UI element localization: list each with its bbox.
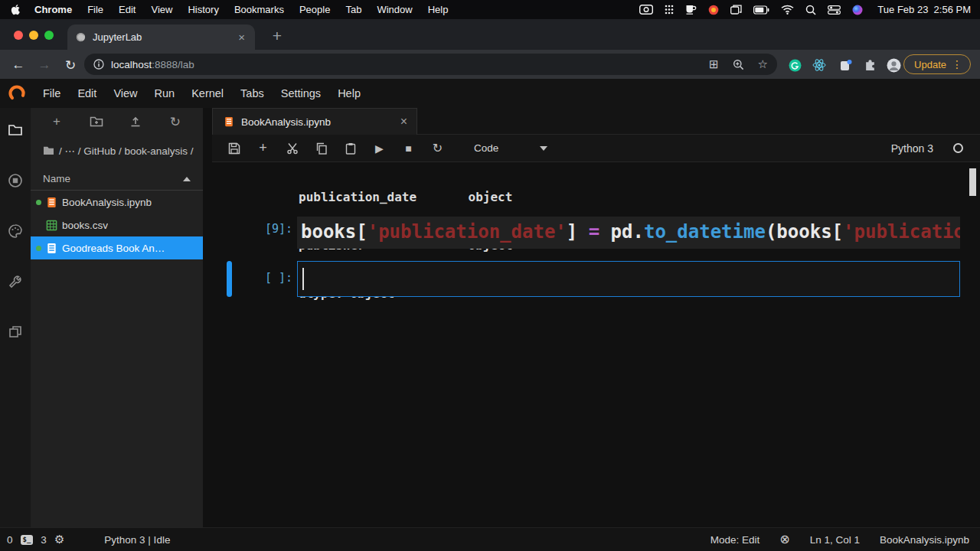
jl-menu-tabs[interactable]: Tabs <box>232 87 273 99</box>
macos-app-menu[interactable]: Chrome <box>27 4 80 15</box>
zoom-icon[interactable] <box>733 59 744 70</box>
spotlight-icon[interactable] <box>805 5 816 15</box>
cell-type-dropdown[interactable]: Code <box>474 142 547 154</box>
macos-menu-help[interactable]: Help <box>420 4 456 15</box>
scrollbar-thumb[interactable] <box>969 168 976 196</box>
input-prompt-empty: [ ]: <box>235 271 292 285</box>
notebook-file-icon-selected <box>45 243 58 254</box>
tab-close-icon[interactable]: × <box>236 31 247 44</box>
gear-icon[interactable]: ⚙ <box>54 533 64 546</box>
new-tab-button[interactable]: + <box>266 25 288 47</box>
document-tab-close-icon[interactable]: × <box>400 115 407 129</box>
macos-menu-people[interactable]: People <box>292 4 338 15</box>
active-empty-cell-input[interactable] <box>297 261 960 297</box>
extensions-puzzle-icon[interactable] <box>861 56 879 74</box>
tab-title: JupyterLab <box>93 31 142 43</box>
minimize-window-button[interactable] <box>29 31 38 40</box>
react-devtools-extension-icon[interactable] <box>810 56 828 74</box>
new-folder-icon[interactable] <box>89 114 104 129</box>
save-icon[interactable] <box>227 142 240 155</box>
stop-kernel-icon[interactable]: ■ <box>402 142 415 155</box>
document-tabbar: BookAnalysis.ipynb × <box>212 108 980 135</box>
back-button[interactable]: ← <box>9 56 28 74</box>
open-tabs-icon[interactable] <box>5 322 25 342</box>
macos-menu-history[interactable]: History <box>180 4 226 15</box>
siri-icon[interactable] <box>852 5 863 15</box>
terminal-icon[interactable]: $_ <box>21 535 34 545</box>
site-info-icon[interactable] <box>93 59 104 70</box>
jl-menu-settings[interactable]: Settings <box>273 87 329 99</box>
color-picker-icon[interactable] <box>708 5 719 15</box>
reload-button[interactable]: ↻ <box>61 56 80 74</box>
grammarly-extension-icon[interactable] <box>786 56 804 74</box>
file-row-bookanalysis[interactable]: BookAnalysis.ipynb <box>31 191 203 214</box>
windows-icon[interactable] <box>730 5 742 15</box>
address-bar[interactable]: localhost:8888/lab ⊞ ☆ <box>84 54 777 75</box>
forward-button[interactable]: → <box>35 56 54 74</box>
file-name: BookAnalysis.ipynb <box>62 197 152 208</box>
mode-indicator[interactable]: Mode: Edit <box>710 534 760 546</box>
jl-menu-edit[interactable]: Edit <box>69 87 105 99</box>
paste-cells-icon[interactable] <box>344 142 357 155</box>
wifi-icon[interactable] <box>781 5 794 15</box>
document-tab-bookanalysis[interactable]: BookAnalysis.ipynb × <box>212 108 417 135</box>
macos-menu-file[interactable]: File <box>80 4 111 15</box>
chrome-menu-icon[interactable]: ⋮ <box>952 58 962 70</box>
browser-tab-jupyterlab[interactable]: JupyterLab × <box>67 24 255 50</box>
page-tools-icon[interactable]: ⊞ <box>709 57 719 71</box>
input-prompt-9: [9]: <box>235 222 292 236</box>
refresh-icon[interactable]: ↻ <box>168 114 183 129</box>
restart-kernel-icon[interactable]: ↻ <box>431 142 444 155</box>
activity-bar <box>0 108 31 527</box>
dots-grid-icon[interactable] <box>665 5 674 15</box>
battery-icon[interactable] <box>753 5 769 15</box>
control-center-icon[interactable] <box>828 5 841 15</box>
profile-avatar[interactable] <box>884 56 903 74</box>
file-row-bookscsv[interactable]: books.csv <box>31 214 203 236</box>
bookmark-star-icon[interactable]: ☆ <box>758 57 768 71</box>
jupyterlab-statusbar: 0 $_ 3 ⚙ Python 3 | Idle Mode: Edit ⊗ Ln… <box>0 527 980 551</box>
jl-menu-help[interactable]: Help <box>329 87 369 99</box>
insert-cell-icon[interactable]: + <box>256 142 270 155</box>
url-host: localhost <box>111 59 152 70</box>
jl-menu-view[interactable]: View <box>105 87 145 99</box>
cursor-position[interactable]: Ln 1, Col 1 <box>810 534 860 546</box>
active-cell-collapser[interactable] <box>227 261 232 297</box>
name-column-header[interactable]: Name <box>31 168 203 191</box>
running-kernels-icon[interactable] <box>5 171 25 191</box>
macos-menu-tab[interactable]: Tab <box>338 4 369 15</box>
macos-menu-bookmarks[interactable]: Bookmarks <box>227 4 292 15</box>
run-cell-icon[interactable]: ▶ <box>373 142 386 155</box>
coffee-icon[interactable] <box>685 5 697 15</box>
file-browser-icon[interactable] <box>5 120 25 140</box>
notification-icon[interactable]: ⊗ <box>779 533 789 546</box>
kernel-status-text[interactable]: Python 3 | Idle <box>104 534 170 546</box>
notebook-content[interactable]: publication_date object publisher object… <box>212 162 980 527</box>
screen-record-icon[interactable] <box>639 5 653 15</box>
jl-menu-run[interactable]: Run <box>146 87 184 99</box>
commands-palette-icon[interactable] <box>5 221 25 241</box>
macos-menu-window[interactable]: Window <box>369 4 420 15</box>
chrome-update-button[interactable]: Update ⋮ <box>903 54 971 74</box>
apple-menu-icon[interactable] <box>11 4 21 15</box>
jl-menu-file[interactable]: File <box>34 87 69 99</box>
macos-menu-view[interactable]: View <box>143 4 180 15</box>
menubar-clock[interactable]: Tue Feb 23 2:56 PM <box>877 4 971 15</box>
copy-cells-icon[interactable] <box>315 142 328 155</box>
maximize-window-button[interactable] <box>44 31 54 40</box>
cut-cells-icon[interactable] <box>286 142 299 155</box>
notebook-file-icon <box>45 197 58 208</box>
kernel-name[interactable]: Python 3 <box>891 142 933 155</box>
jl-menu-kernel[interactable]: Kernel <box>183 87 232 99</box>
upload-icon[interactable] <box>128 114 143 129</box>
property-inspector-icon[interactable] <box>5 272 25 292</box>
close-window-button[interactable] <box>14 31 23 40</box>
notebook-tab-icon <box>222 116 235 127</box>
breadcrumb[interactable]: / ⋯ / GitHub / book-analysis / <box>31 135 203 165</box>
file-row-goodreads-selected[interactable]: Goodreads Book An… <box>31 236 203 259</box>
extension-badge-icon[interactable] <box>836 56 854 74</box>
new-launcher-icon[interactable]: + <box>49 114 64 129</box>
code-cell-input[interactable]: books['publication_date'] = pd.to_dateti… <box>297 217 960 249</box>
macos-menu-edit[interactable]: Edit <box>111 4 143 15</box>
kernel-status-indicator[interactable] <box>953 143 963 153</box>
